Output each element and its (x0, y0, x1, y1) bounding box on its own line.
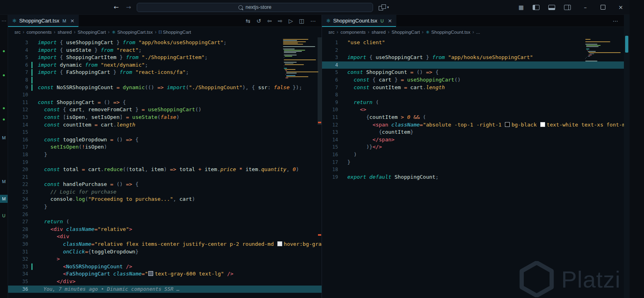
code-line[interactable]: 24 console.log("Proceeding to purchase..… (8, 196, 322, 203)
breadcrumb-item[interactable]: ⚛ShoppingCart.tsx (112, 30, 153, 35)
breadcrumb-item[interactable]: src (328, 30, 334, 35)
breadcrumb-item[interactable]: src (14, 30, 21, 35)
code-line[interactable]: 16 const toggleDropdown = () => { (8, 136, 322, 144)
compare-icon[interactable]: ⇆ (246, 18, 250, 24)
code-line[interactable]: 3import { useShoppingCart } from "app/ho… (322, 54, 624, 61)
code-line[interactable]: 28 <div className="relative"> (8, 226, 322, 233)
code-editor-shoppingcart[interactable]: 3import { useShoppingCart } from "app/ho… (8, 37, 322, 298)
minimize-button[interactable]: – (576, 0, 594, 14)
code-line[interactable]: 3import { useShoppingCart } from "app/ho… (8, 39, 322, 47)
code-line[interactable]: 15 )}</> (322, 143, 624, 151)
code-line[interactable]: 18 (322, 166, 624, 173)
git-status-badge[interactable]: M (0, 134, 8, 142)
breadcrumb-item[interactable]: components (340, 30, 366, 35)
breadcrumb-item[interactable]: ShoppingCart (392, 30, 420, 35)
code-line[interactable]: 32 > (8, 255, 322, 263)
code-line[interactable]: 7 const countItem = cart.length (322, 84, 624, 92)
git-status-badge[interactable]: U (0, 212, 8, 220)
maximize-button[interactable] (594, 0, 612, 14)
code-line[interactable]: 19 (8, 159, 322, 166)
code-line[interactable]: 4import { useState } from "react"; (8, 47, 322, 54)
page-scrollbar[interactable] (624, 15, 630, 298)
code-line[interactable]: 9const NoSSRShoppingCount = dynamic(() =… (8, 84, 322, 92)
code-line[interactable]: 19export default ShoppingCount; (322, 173, 624, 181)
split-icon[interactable]: ◫ (299, 18, 304, 24)
tab-shoppingcart-tsx[interactable]: ⚛ ShoppingCart.tsx M × (8, 15, 79, 27)
scrollbar[interactable] (318, 37, 322, 298)
git-status-badge[interactable]: M (0, 195, 8, 203)
code-line[interactable]: 29 <div (8, 233, 322, 241)
code-line[interactable]: 13 const [isOpen, setIsOpen] = useState(… (8, 114, 322, 121)
forward-icon[interactable]: → (126, 4, 131, 11)
code-line[interactable]: 5import { ShoppingCartItem } from "./Sho… (8, 54, 322, 61)
breadcrumb-item[interactable]: [ ]ShoppingCart (159, 30, 191, 35)
code-editor-shoppingcount[interactable]: 1"use client"23import { useShoppingCart … (322, 37, 624, 298)
page-scrollbar-slider[interactable] (625, 36, 628, 53)
code-line[interactable]: 14 const countItem = cart.length (8, 121, 322, 129)
close-icon[interactable]: × (388, 18, 392, 24)
code-line[interactable]: 31 onClick={toggleDropdown} (8, 248, 322, 256)
code-line[interactable]: 20 const total = cart.reduce((total, ite… (8, 166, 322, 173)
minimap[interactable] (585, 39, 619, 62)
scrollbar-slider[interactable] (318, 37, 322, 125)
code-line[interactable]: 13 {countItem} (322, 129, 624, 136)
tab-shoppingcount-tsx[interactable]: ⚛ ShoppingCount.tsx U × (322, 15, 396, 27)
code-line[interactable]: 15 (8, 129, 322, 136)
toggle-secondary-sidebar-icon[interactable] (564, 5, 571, 10)
code-line[interactable]: 22 const handlePurchase = () => { (8, 181, 322, 188)
code-line[interactable]: 21 (8, 173, 322, 181)
code-line[interactable]: 12 const { cart, removeFromCart } = useS… (8, 106, 322, 114)
code-line[interactable]: 26 (8, 211, 322, 218)
breadcrumb-item[interactable]: shared (371, 30, 386, 35)
code-line[interactable]: 30 className="relative flex items-center… (8, 241, 322, 248)
prev-icon[interactable]: ⇦ (267, 18, 272, 24)
toggle-sidebar-icon[interactable] (533, 5, 539, 10)
code-line[interactable]: 4 (322, 61, 624, 69)
code-line[interactable]: 11const ShoppingCart = () => { (8, 99, 322, 106)
breadcrumb-item[interactable]: components (27, 30, 52, 35)
breadcrumb-item[interactable]: ShoppingCart (78, 30, 106, 35)
run-icon[interactable]: ▷ (289, 18, 293, 24)
code-line[interactable]: 25 } (8, 203, 322, 211)
code-line[interactable]: 9 return ( (322, 99, 624, 106)
code-line[interactable]: 23 // Logic for purchase (8, 188, 322, 196)
code-line[interactable]: 16 ) (322, 151, 624, 159)
code-line[interactable]: 12 <span className="absolute -top-1 -rig… (322, 121, 624, 129)
back-icon[interactable]: ← (114, 4, 119, 11)
code-line[interactable]: 6 const { cart } = useShoppingCart() (322, 76, 624, 84)
code-line[interactable]: 8 (322, 91, 624, 99)
code-line[interactable]: 6import dynamic from "next/dynamic"; (8, 61, 322, 69)
code-line[interactable]: 11 {countItem > 0 && ( (322, 114, 624, 121)
code-line[interactable]: 7import { FaShoppingCart } from "react-i… (8, 69, 322, 76)
close-button[interactable]: × (612, 0, 630, 14)
more-icon[interactable]: ⋯ (310, 18, 316, 24)
code-line[interactable]: 10 (8, 91, 322, 99)
code-line[interactable]: 8 (8, 76, 322, 84)
minimap[interactable] (283, 39, 317, 80)
next-icon[interactable]: ⇨ (278, 18, 283, 24)
code-line[interactable]: 17} (322, 159, 624, 166)
git-status-badge[interactable]: M (0, 178, 8, 186)
code-line[interactable]: 2 (322, 47, 624, 54)
code-line[interactable]: 14 </span> (322, 136, 624, 144)
code-line[interactable]: 34 <FaShoppingCart className="text-gray-… (8, 270, 322, 278)
code-line[interactable]: 17 setIsOpen(!isOpen) (8, 143, 322, 151)
toggle-panel-icon[interactable] (548, 5, 555, 10)
code-line[interactable]: 10 <> (322, 106, 624, 114)
breadcrumb-item[interactable]: ... (476, 30, 480, 35)
discard-icon[interactable]: ↺ (256, 18, 261, 24)
code-line[interactable]: 18 } (8, 151, 322, 159)
breadcrumb-item[interactable]: shared (57, 30, 72, 35)
code-line[interactable]: 5const ShoppingCount = () => { (322, 69, 624, 76)
more-icon[interactable]: ⋯ (613, 18, 618, 24)
more-actions-icon[interactable]: ⋯ (0, 18, 8, 24)
code-line[interactable]: 36You, 7 minutes ago • Dinamic component… (8, 286, 322, 293)
breadcrumb-item[interactable]: ⚛ShoppingCount.tsx (426, 30, 470, 35)
customize-layout-icon[interactable]: ▦ (519, 4, 524, 10)
command-center-search[interactable]: nextjs-store (137, 3, 373, 12)
code-line[interactable]: 33 <NoSSRShoppingCount /> (8, 263, 322, 271)
code-line[interactable]: 35 </div> (8, 278, 322, 286)
code-line[interactable]: 27 return ( (8, 218, 322, 226)
close-icon[interactable]: × (70, 18, 75, 24)
new-window-icon[interactable]: ▾ (379, 4, 389, 10)
